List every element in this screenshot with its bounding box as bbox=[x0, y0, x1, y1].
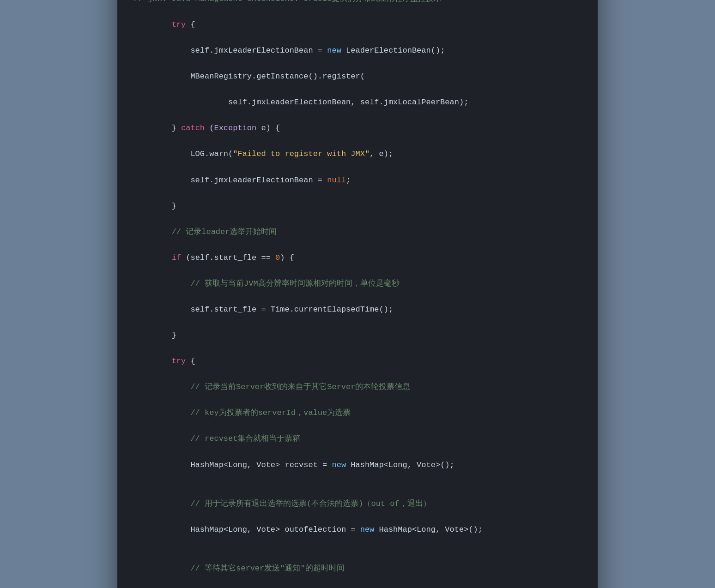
line-10: // 记录leader选举开始时间 bbox=[134, 226, 581, 239]
line-9: } bbox=[134, 200, 581, 213]
line-21: // 用于记录所有退出选举的选票(不合法的选票)（out of，退出） bbox=[134, 498, 581, 510]
line-12: // 获取与当前JVM高分辨率时间源相对的时间，单位是毫秒 bbox=[134, 277, 581, 290]
comment-jmx: // jmx. Java Management eXtensions. Orac… bbox=[134, 0, 442, 3]
line-6: } catch (Exception e) { bbox=[134, 122, 581, 135]
line-19: HashMap<Long, Vote> recvset = new HashMa… bbox=[134, 459, 581, 472]
line-4: MBeanRegistry.getInstance().register( bbox=[134, 70, 581, 83]
line-2: try { bbox=[134, 18, 581, 31]
line-8: self.jmxLeaderElectionBean = null; bbox=[134, 174, 581, 187]
line-24: // 等待其它server发送"通知"的超时时间 bbox=[134, 562, 581, 575]
line-3: self.jmxLeaderElectionBean = new LeaderE… bbox=[134, 44, 581, 57]
line-18: // recvset集合就相当于票箱 bbox=[134, 432, 581, 445]
line-13: self.start_fle = Time.currentElapsedTime… bbox=[134, 303, 581, 316]
line-14: } bbox=[134, 329, 581, 342]
line-5: self.jmxLeaderElectionBean, self.jmxLoca… bbox=[134, 96, 581, 109]
line-11: if (self.start_fle == 0) { bbox=[134, 252, 581, 264]
line-7: LOG.warn("Failed to register with JMX", … bbox=[134, 148, 581, 161]
line-1: // jmx. Java Management eXtensions. Orac… bbox=[134, 0, 581, 6]
line-15: try { bbox=[134, 355, 581, 368]
line-16: // 记录当前Server收到的来自于其它Server的本轮投票信息 bbox=[134, 381, 581, 394]
keyword-try: try bbox=[172, 20, 186, 29]
code-window: // jmx. Java Management eXtensions. Orac… bbox=[117, 0, 598, 588]
code-editor: // jmx. Java Management eXtensions. Orac… bbox=[117, 0, 598, 588]
line-17: // key为投票者的serverId，value为选票 bbox=[134, 407, 581, 420]
line-22: HashMap<Long, Vote> outofelection = new … bbox=[134, 523, 581, 536]
